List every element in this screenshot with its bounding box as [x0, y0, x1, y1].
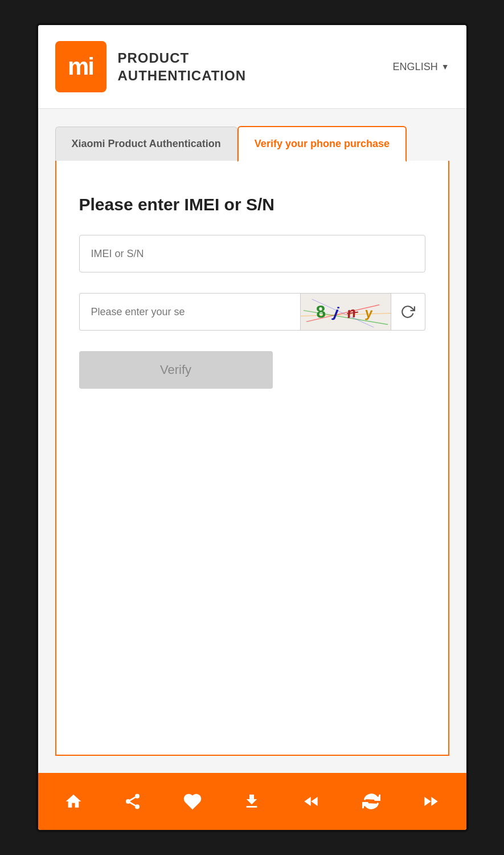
svg-point-5	[126, 799, 130, 804]
svg-point-6	[135, 804, 140, 809]
header-left: mi PRODUCT AUTHENTICATION	[55, 41, 247, 92]
brand-title-line2: AUTHENTICATION	[118, 67, 247, 84]
svg-line-8	[130, 797, 136, 800]
captcha-chars: 8 j n y	[316, 302, 375, 321]
content-wrapper: Xiaomi Product Authentication Verify you…	[38, 109, 466, 773]
reload-icon	[362, 792, 380, 811]
verify-button[interactable]: Verify	[79, 351, 273, 389]
nav-home-button[interactable]	[59, 787, 88, 816]
home-icon	[64, 792, 83, 811]
phone-frame: mi PRODUCT AUTHENTICATION ENGLISH ▼ Xiao…	[36, 23, 469, 832]
language-selector[interactable]: ENGLISH ▼	[393, 61, 449, 73]
captcha-input[interactable]	[79, 293, 300, 331]
header: mi PRODUCT AUTHENTICATION ENGLISH ▼	[38, 25, 466, 109]
svg-point-4	[135, 794, 140, 799]
captcha-char-4: y	[364, 305, 375, 321]
nav-download-button[interactable]	[237, 787, 266, 816]
mi-logo: mi	[55, 41, 106, 92]
brand-title-line1: PRODUCT	[118, 49, 247, 67]
heart-icon	[183, 792, 202, 811]
download-icon	[243, 792, 261, 811]
nav-favorites-button[interactable]	[178, 787, 207, 816]
captcha-refresh-button[interactable]	[391, 293, 425, 331]
captcha-char-2: j	[333, 304, 342, 322]
share-icon	[124, 792, 142, 811]
svg-line-7	[130, 803, 136, 805]
rewind-icon	[302, 792, 321, 811]
form-title: Please enter IMEI or S/N	[79, 195, 425, 214]
captcha-char-3: n	[346, 303, 359, 322]
nav-share-button[interactable]	[118, 787, 147, 816]
tab-verify-phone[interactable]: Verify your phone purchase	[237, 126, 407, 162]
bottom-nav	[38, 773, 466, 830]
tab-area: Xiaomi Product Authentication Verify you…	[38, 109, 466, 161]
fast-forward-icon	[421, 792, 440, 811]
nav-reload-button[interactable]	[357, 787, 386, 816]
language-label: ENGLISH	[393, 61, 438, 73]
nav-rewind-button[interactable]	[297, 787, 326, 816]
refresh-icon	[400, 304, 415, 319]
captcha-image: 8 j n y	[300, 293, 391, 331]
main-content: Please enter IMEI or S/N 8 j n y	[55, 161, 449, 756]
chevron-down-icon: ▼	[441, 62, 449, 71]
brand-text: PRODUCT AUTHENTICATION	[118, 49, 247, 84]
nav-fastforward-button[interactable]	[416, 787, 445, 816]
tab-product-auth[interactable]: Xiaomi Product Authentication	[55, 127, 237, 161]
imei-input[interactable]	[79, 235, 425, 272]
captcha-row: 8 j n y	[79, 293, 425, 331]
captcha-char-1: 8	[315, 302, 329, 323]
